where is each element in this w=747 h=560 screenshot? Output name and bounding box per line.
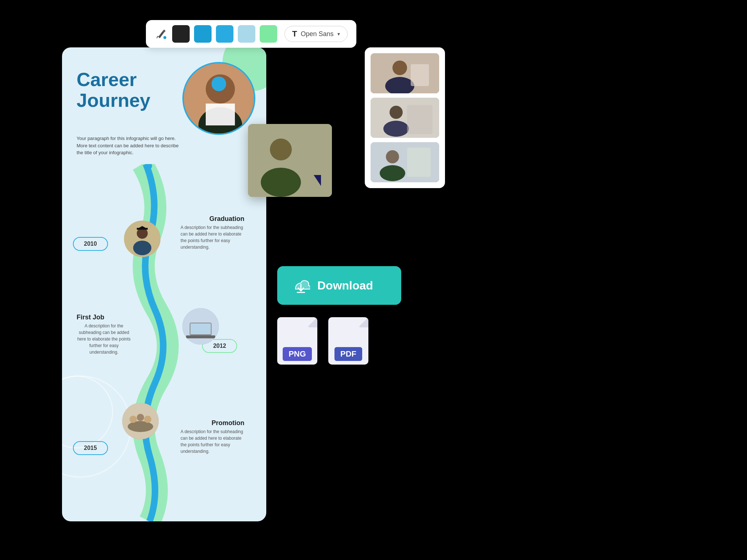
promotion-description: A description for the subheading can be …	[181, 428, 246, 455]
firstjob-description: A description for the subheading can be …	[75, 323, 133, 355]
year-badge-2015: 2015	[73, 441, 108, 455]
download-icon	[292, 276, 310, 295]
svg-rect-14	[186, 335, 215, 338]
profile-circle	[182, 62, 255, 135]
year-badge-2010: 2010	[73, 237, 108, 251]
chevron-down-icon: ▾	[337, 31, 340, 37]
floating-preview-image	[248, 124, 332, 197]
file-formats: PNG PDF	[277, 317, 368, 365]
image-thumb-3[interactable]	[371, 142, 439, 182]
svg-rect-4	[206, 104, 235, 125]
infographic-paragraph: Your paragraph for this infographic will…	[77, 135, 179, 156]
image-selection-panel	[365, 47, 445, 188]
svg-rect-23	[411, 64, 429, 86]
infographic-title: Career Journey	[77, 69, 150, 111]
svg-point-19	[144, 416, 151, 423]
color-swatch-light-blue[interactable]	[216, 25, 233, 43]
svg-point-18	[137, 414, 144, 421]
pdf-format-button[interactable]: PDF	[328, 317, 368, 365]
svg-rect-13	[190, 323, 211, 334]
infographic-card: Career Journey Your paragraph for this i…	[62, 47, 266, 521]
svg-point-0	[163, 36, 166, 39]
png-format-button[interactable]: PNG	[277, 317, 317, 365]
profile-image	[184, 63, 254, 133]
pdf-label: PDF	[334, 347, 362, 361]
font-t-icon: T	[292, 29, 297, 39]
font-selector[interactable]: T Open Sans ▾	[285, 26, 348, 42]
font-name-label: Open Sans	[301, 30, 333, 38]
svg-point-8	[133, 241, 151, 255]
svg-point-21	[392, 61, 407, 75]
svg-point-25	[390, 106, 403, 119]
image-thumb-1[interactable]	[371, 53, 439, 93]
color-swatch-blue[interactable]	[194, 25, 212, 43]
png-label: PNG	[283, 347, 312, 361]
color-swatch-pale-blue[interactable]	[238, 25, 255, 43]
paint-bucket-icon[interactable]	[155, 27, 168, 40]
color-swatch-dark[interactable]	[172, 25, 190, 43]
download-label: Download	[317, 279, 373, 292]
svg-point-30	[380, 165, 405, 181]
promotion-photo	[122, 403, 159, 439]
svg-rect-27	[407, 105, 433, 134]
timeline-container: 2010 Graduation A description for the su…	[62, 164, 266, 521]
pdf-file-icon: PDF	[328, 317, 368, 365]
small-blue-circle-decoration	[212, 77, 226, 91]
png-file-icon: PNG	[277, 317, 317, 365]
download-button[interactable]: Download	[277, 266, 401, 305]
firstjob-photo	[182, 308, 219, 345]
svg-point-16	[128, 421, 153, 432]
cursor-icon	[314, 175, 321, 186]
graduation-description: A description for the subheading can be …	[181, 224, 246, 250]
firstjob-photo-image	[182, 308, 219, 345]
svg-rect-35	[248, 124, 332, 197]
graduation-photo-image	[124, 221, 160, 257]
graduation-photo	[124, 221, 160, 257]
promotion-heading: Promotion	[212, 419, 244, 427]
svg-point-29	[386, 150, 399, 163]
promotion-photo-image	[122, 403, 159, 439]
svg-point-17	[129, 416, 137, 423]
color-swatch-green[interactable]	[260, 25, 277, 43]
toolbar: T Open Sans ▾	[146, 20, 356, 48]
svg-rect-31	[407, 148, 431, 177]
image-thumb-2[interactable]	[371, 98, 439, 138]
firstjob-heading: First Job	[77, 314, 104, 321]
graduation-heading: Graduation	[209, 215, 244, 223]
svg-point-26	[383, 121, 409, 137]
